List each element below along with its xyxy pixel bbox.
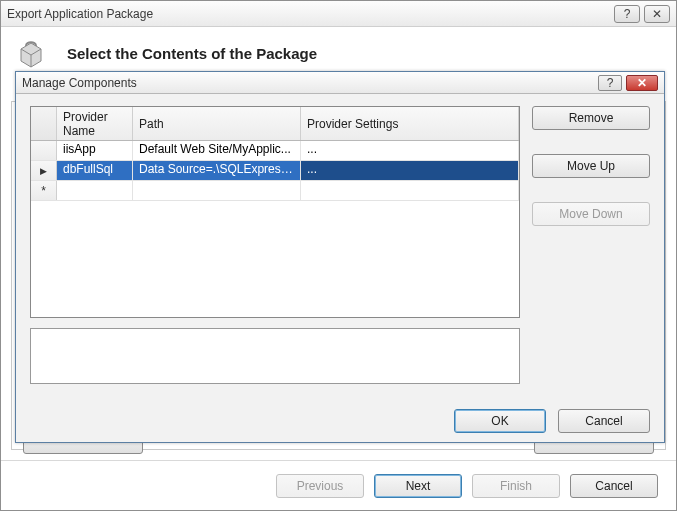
export-package-wizard: Export Application Package ? ✕ Select th… — [0, 0, 677, 511]
table-row[interactable]: ▶ dbFullSql Data Source=.\SQLExpress;Dat… — [31, 161, 519, 181]
wizard-footer: Previous Next Finish Cancel — [1, 460, 676, 510]
table-new-row[interactable]: * — [31, 181, 519, 201]
col-path[interactable]: Path — [133, 107, 301, 140]
cell-settings[interactable]: ... — [301, 141, 519, 160]
wizard-cancel-button[interactable]: Cancel — [570, 474, 658, 498]
package-icon — [13, 35, 49, 71]
inner-window-title: Manage Components — [22, 76, 598, 90]
cell-provider[interactable]: dbFullSql — [57, 161, 133, 180]
description-textbox[interactable] — [30, 328, 520, 384]
grid-header: Provider Name Path Provider Settings — [31, 107, 519, 141]
close-icon: ✕ — [652, 7, 662, 21]
cell-settings[interactable] — [301, 181, 519, 200]
previous-button: Previous — [276, 474, 364, 498]
help-icon: ? — [624, 7, 631, 21]
outer-window-title: Export Application Package — [7, 7, 610, 21]
move-up-button[interactable]: Move Up — [532, 154, 650, 178]
table-row[interactable]: iisApp Default Web Site/MyApplic... ... — [31, 141, 519, 161]
outer-help-button[interactable]: ? — [614, 5, 640, 23]
components-grid[interactable]: Provider Name Path Provider Settings iis… — [30, 106, 520, 318]
cell-path[interactable]: Default Web Site/MyApplic... — [133, 141, 301, 160]
finish-button: Finish — [472, 474, 560, 498]
row-header: ▶ — [31, 161, 57, 180]
inner-body: Provider Name Path Provider Settings iis… — [30, 106, 650, 392]
row-header — [31, 141, 57, 160]
help-icon: ? — [607, 76, 614, 90]
cell-provider[interactable]: iisApp — [57, 141, 133, 160]
inner-titlebar: Manage Components ? ✕ — [16, 72, 664, 94]
ok-button[interactable]: OK — [454, 409, 546, 433]
asterisk-icon: * — [41, 184, 46, 198]
outer-titlebar: Export Application Package ? ✕ — [1, 1, 676, 27]
inner-help-button[interactable]: ? — [598, 75, 622, 91]
side-buttons: Remove Move Up Move Down — [532, 106, 650, 226]
inner-footer: OK Cancel — [16, 400, 664, 442]
row-pointer-icon: ▶ — [40, 166, 47, 176]
inner-close-button[interactable]: ✕ — [626, 75, 658, 91]
cell-path[interactable] — [133, 181, 301, 200]
cell-provider[interactable] — [57, 181, 133, 200]
col-provider-settings[interactable]: Provider Settings — [301, 107, 519, 140]
remove-button[interactable]: Remove — [532, 106, 650, 130]
move-down-button: Move Down — [532, 202, 650, 226]
next-button[interactable]: Next — [374, 474, 462, 498]
col-provider-name[interactable]: Provider Name — [57, 107, 133, 140]
new-row-indicator: * — [31, 181, 57, 200]
grid-corner — [31, 107, 57, 140]
outer-close-button[interactable]: ✕ — [644, 5, 670, 23]
cell-settings[interactable]: ... — [301, 161, 519, 180]
close-icon: ✕ — [637, 76, 647, 90]
wizard-heading: Select the Contents of the Package — [67, 45, 317, 62]
manage-components-dialog: Manage Components ? ✕ Provider Name Path… — [15, 71, 665, 443]
cell-path[interactable]: Data Source=.\SQLExpress;Dat — [133, 161, 301, 180]
dialog-cancel-button[interactable]: Cancel — [558, 409, 650, 433]
